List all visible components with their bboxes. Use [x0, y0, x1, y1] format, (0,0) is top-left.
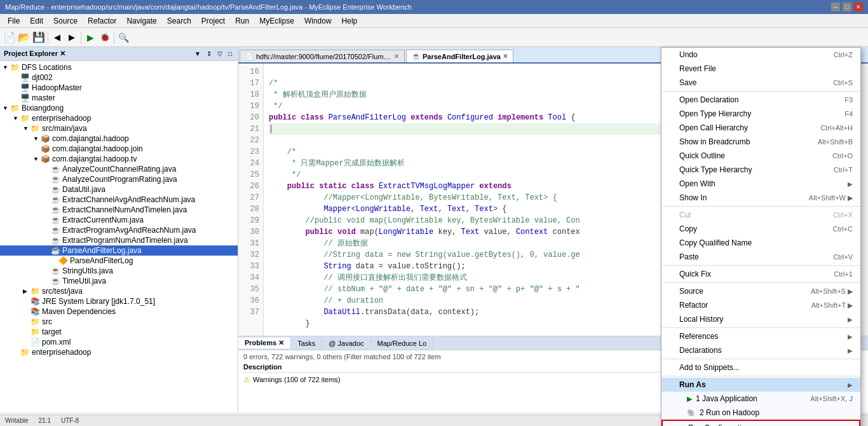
tab-tasks[interactable]: Tasks: [291, 338, 322, 348]
ctx-save[interactable]: Save Ctrl+S: [661, 76, 860, 90]
tree-item-stringutils[interactable]: ☕StringUtils.java: [0, 266, 238, 276]
tree-toggle-pkg-tv[interactable]: ▼: [33, 156, 41, 162]
tree-item-analyze-program[interactable]: ☕AnalyzeCountProgramRating.java: [0, 174, 238, 184]
tree-item-extract-program-num[interactable]: ☕ExtractProgramNumAndTimelen.java: [0, 235, 238, 245]
toolbar-forward[interactable]: ▶: [65, 31, 79, 45]
ctx-declarations[interactable]: Declarations ▶: [661, 343, 860, 357]
ctx-show-in[interactable]: Show In Alt+Shift+W ▶: [661, 191, 860, 205]
tree-toggle-bxd[interactable]: ▼: [3, 105, 10, 111]
tree-item-parselog[interactable]: ☕ParseAndFilterLog.java: [0, 245, 238, 256]
tree-item-target[interactable]: 📁target: [0, 327, 238, 337]
toolbar-save[interactable]: 💾: [32, 31, 46, 45]
ctx-run-java-app[interactable]: ▶ 1 Java Application Alt+Shift+X, J: [661, 392, 860, 406]
menu-project[interactable]: Project: [196, 15, 230, 27]
tree-item-dfs[interactable]: ▼📁DFS Locations: [0, 62, 238, 72]
ctx-open-call-hierarchy[interactable]: Open Call Hierarchy Ctrl+Alt+H: [661, 121, 860, 135]
menu-help[interactable]: Help: [337, 15, 363, 27]
ctx-quick-outline[interactable]: Quick Outline Ctrl+O: [661, 149, 860, 163]
sidebar-menu[interactable]: ▽: [215, 50, 224, 57]
close-button[interactable]: ✕: [854, 3, 863, 11]
sidebar-controls[interactable]: ▼ ⇕ ▽ □: [193, 50, 234, 57]
menu-search[interactable]: Search: [162, 15, 196, 27]
tree-item-pkg-hadoop[interactable]: ▼📦com.dajiangtai.hadoop: [0, 134, 238, 144]
toolbar-debug[interactable]: 🐞: [98, 31, 112, 45]
tree-item-djt002[interactable]: 🖥️djt002: [0, 72, 238, 83]
tree-item-maven[interactable]: 📚Maven Dependencies: [0, 306, 238, 317]
ctx-copy-qualified[interactable]: Copy Qualified Name: [661, 236, 860, 250]
tree-item-src-main[interactable]: ▼📁src/main/java: [0, 123, 238, 134]
menu-window[interactable]: Window: [299, 15, 337, 27]
menu-myeclipse[interactable]: MyEclipse: [254, 15, 299, 27]
menu-source[interactable]: Source: [48, 15, 83, 27]
tab-javadoc[interactable]: @ Javadoc: [322, 338, 370, 348]
tree-toggle-pkg-hadoop[interactable]: ▼: [33, 135, 41, 142]
ctx-quick-type-hierarchy[interactable]: Quick Type Hierarchy Ctrl+T: [661, 163, 860, 177]
ctx-local-history[interactable]: Local History ▶: [661, 312, 860, 326]
ctx-show-breadcrumb[interactable]: Show in Breadcrumb Alt+Shift+B: [661, 135, 860, 149]
tree-item-extract-current[interactable]: ☕ExtractCurrentNum.java: [0, 215, 238, 225]
ctx-references[interactable]: References ▶: [661, 329, 860, 343]
tree-item-timeutil[interactable]: ☕TimeUtil.java: [0, 276, 238, 286]
menu-edit[interactable]: Edit: [25, 15, 48, 27]
tree-item-analyze-channel[interactable]: ☕AnalyzeCountChannelRating.java: [0, 164, 238, 174]
tree-item-pom[interactable]: 📄pom.xml: [0, 337, 238, 347]
tree-item-extract-channel-avg[interactable]: ☕ExtractChannelAvgAndReachNum.java: [0, 195, 238, 205]
tree-item-pkg-tv[interactable]: ▼📦com.dajiangtai.hadoop.tv: [0, 154, 238, 164]
sidebar-tree[interactable]: ▼📁DFS Locations 🖥️djt002 🖥️HadoopMaster …: [0, 61, 238, 412]
ctx-add-snippets[interactable]: Add to Snippets...: [661, 361, 860, 374]
toolbar-back[interactable]: ◀: [50, 31, 64, 45]
ctx-open-with[interactable]: Open With ▶: [661, 177, 860, 191]
ctx-quick-fix[interactable]: Quick Fix Ctrl+1: [661, 267, 860, 281]
tree-toggle-src-test[interactable]: ▶: [23, 288, 31, 294]
ctx-open-type-hierarchy[interactable]: Open Type Hierarchy F4: [661, 107, 860, 121]
tree-item-enterprise[interactable]: ▼📁enterprisehadoop: [0, 113, 238, 123]
sidebar-collapse[interactable]: ▼: [193, 50, 203, 57]
ctx-cut[interactable]: Cut Ctrl+X: [661, 208, 860, 222]
menu-navigate[interactable]: Navigate: [121, 15, 161, 27]
tab-mapreduce[interactable]: Map/Reduce Lo: [371, 338, 434, 348]
tree-toggle-enterprise[interactable]: ▼: [13, 115, 20, 121]
tree-item-enterprise2[interactable]: 📁enterprisehadoop: [0, 347, 238, 357]
ctx-copy[interactable]: Copy Ctrl+C: [661, 222, 860, 236]
tree-item-src[interactable]: 📁src: [0, 317, 238, 327]
menu-run[interactable]: Run: [230, 15, 254, 27]
toolbar-run[interactable]: ▶: [83, 31, 97, 45]
ctx-paste[interactable]: Paste Ctrl+V: [661, 250, 860, 264]
tab-parselog[interactable]: ☕ ParseAndFilterLog.java ✕: [406, 50, 513, 64]
minimize-button[interactable]: ─: [831, 3, 840, 11]
maximize-button[interactable]: □: [843, 3, 851, 11]
tree-item-extract-program-avg[interactable]: ☕ExtractProgramAvgAndReachNum.java: [0, 225, 238, 235]
tree-toggle-src-main[interactable]: ▼: [23, 125, 31, 132]
sidebar-expand[interactable]: ⇕: [205, 50, 214, 57]
toolbar-search[interactable]: 🔍: [116, 31, 130, 45]
toolbar-new[interactable]: 📄: [3, 31, 17, 45]
tree-item-hadoop-master[interactable]: 🖥️HadoopMaster: [0, 83, 238, 93]
tree-toggle-dfs[interactable]: ▼: [3, 64, 10, 71]
tree-item-bixiangdong[interactable]: ▼📁Bixiangdong: [0, 103, 238, 113]
tree-item-datautil[interactable]: ☕DataUtil.java: [0, 184, 238, 195]
menu-file[interactable]: File: [3, 15, 25, 27]
ctx-open-declaration[interactable]: Open Declaration F3: [661, 93, 860, 107]
tree-item-jre[interactable]: 📚JRE System Library [jdk1.7.0_51]: [0, 296, 238, 306]
tree-item-src-test[interactable]: ▶📁src/test/java: [0, 286, 238, 296]
menu-refactor[interactable]: Refactor: [83, 15, 121, 27]
title-bar-controls[interactable]: ─ □ ✕: [831, 3, 863, 11]
toolbar-open[interactable]: 📂: [17, 31, 31, 45]
tab-problems[interactable]: Problems ✕: [238, 338, 291, 348]
sidebar-maximize[interactable]: □: [226, 50, 234, 57]
ctx-run-as[interactable]: Run As ▶: [661, 378, 860, 392]
ctx-refactor[interactable]: Refactor Alt+Shift+T ▶: [661, 298, 860, 312]
ctx-run-configurations[interactable]: Run Configurations...: [661, 420, 860, 426]
tab-parselog-close[interactable]: ✕: [503, 53, 508, 60]
tree-item-master[interactable]: 🖥️master: [0, 93, 238, 103]
ctx-source[interactable]: Source Alt+Shift+S ▶: [661, 284, 860, 298]
tab-flume-close[interactable]: ✕: [394, 53, 399, 60]
ctx-revert[interactable]: Revert File: [661, 62, 860, 76]
tree-item-extract-channel-num[interactable]: ☕ExtractChannelNumAndTimelen.java: [0, 205, 238, 215]
tree-icon-stringutils: ☕: [51, 266, 60, 275]
tree-item-parselog-class[interactable]: 🔶ParseAndFilterLog: [0, 256, 238, 266]
tree-item-pkg-join[interactable]: 📦com.dajiangtai.hadoop.join: [0, 144, 238, 154]
ctx-undo[interactable]: Undo Ctrl+Z: [661, 48, 860, 62]
tab-flume-data[interactable]: 📄 hdfs://master:9000/flume/20170502/Flum…: [240, 50, 405, 62]
ctx-run-hadoop[interactable]: 🐘 2 Run on Hadoop: [661, 406, 860, 420]
